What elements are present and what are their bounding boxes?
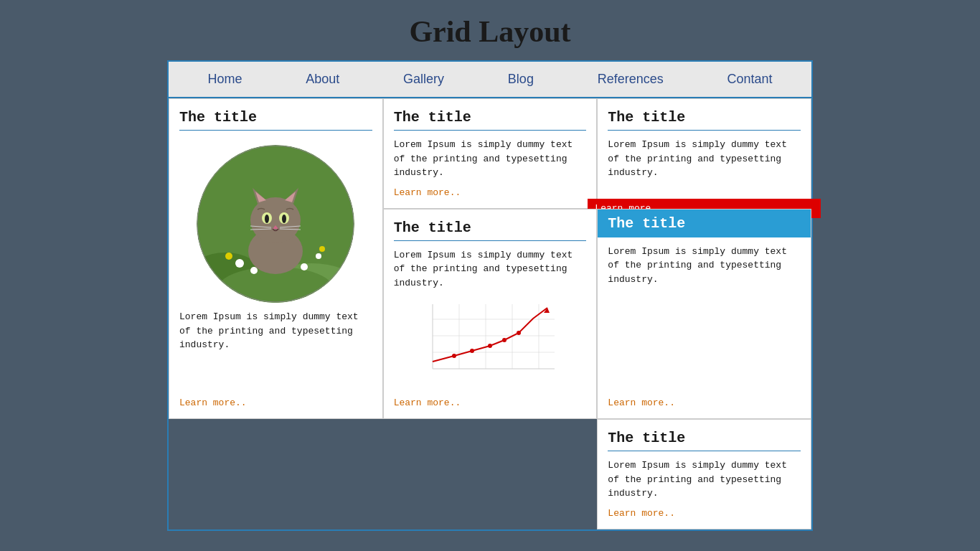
nav-home[interactable]: Home bbox=[207, 72, 242, 87]
grid-layout: The title Lorem Ipsum is simply dummy te… bbox=[169, 98, 811, 529]
card-col2-tall: The title bbox=[169, 98, 383, 419]
svg-point-41 bbox=[502, 338, 507, 342]
card-col1-row2-link[interactable]: Learn more.. bbox=[394, 397, 587, 408]
card-col2-title: The title bbox=[179, 109, 372, 131]
chart bbox=[418, 297, 562, 383]
card-col2-body: Lorem Ipsum is simply dummy text of the … bbox=[179, 310, 372, 390]
nav-blog[interactable]: Blog bbox=[508, 72, 534, 87]
nav-contant[interactable]: Contant bbox=[727, 72, 773, 87]
card-col3-row3-link[interactable]: Learn more.. bbox=[608, 508, 801, 519]
card-col1-row2-title: The title bbox=[394, 220, 587, 241]
card-col3-row1-title: The title bbox=[608, 109, 801, 131]
card-col3-row2-link[interactable]: Learn more.. bbox=[608, 397, 801, 408]
svg-point-39 bbox=[470, 349, 474, 353]
nav-about[interactable]: About bbox=[306, 72, 339, 87]
card-col1-row1-body: Lorem Ipsum is simply dummy text of the … bbox=[394, 138, 587, 180]
card-col3-row3-body: Lorem Ipsum is simply dummy text of the … bbox=[608, 458, 801, 501]
card-col1-row2-body: Lorem Ipsum is simply dummy text of the … bbox=[394, 248, 587, 291]
card-col3-row1-body: Lorem Ipsum is simply dummy text of the … bbox=[608, 138, 801, 184]
svg-point-7 bbox=[316, 253, 321, 259]
card-col3-row2: The title Lorem Ipsum is simply dummy te… bbox=[597, 209, 811, 420]
card-col3-row2-body: Lorem Ipsum is simply dummy text of the … bbox=[608, 245, 801, 391]
navigation: Home About Gallery Blog References Conta… bbox=[169, 62, 811, 98]
svg-point-21 bbox=[282, 215, 286, 223]
card-col3-row3-title: The title bbox=[608, 430, 801, 451]
svg-point-10 bbox=[319, 246, 325, 252]
cat-image bbox=[197, 145, 354, 303]
svg-point-20 bbox=[265, 215, 269, 223]
nav-references[interactable]: References bbox=[598, 72, 664, 87]
svg-point-8 bbox=[250, 267, 258, 274]
svg-point-5 bbox=[235, 259, 244, 268]
card-col1-row1-title: The title bbox=[394, 109, 587, 131]
card-col1-row2: The title Lorem Ipsum is simply dummy te… bbox=[383, 209, 598, 420]
card-col3-row2-title: The title bbox=[598, 209, 811, 237]
svg-point-38 bbox=[452, 354, 456, 358]
svg-point-13 bbox=[250, 197, 301, 243]
card-col3-row3: The title Lorem Ipsum is simply dummy te… bbox=[597, 419, 811, 529]
card-col1-row1: The title Lorem Ipsum is simply dummy te… bbox=[383, 98, 598, 209]
page-title: Grid Layout bbox=[409, 14, 570, 49]
card-col2-link[interactable]: Learn more.. bbox=[179, 397, 372, 408]
svg-point-42 bbox=[517, 331, 521, 335]
svg-point-6 bbox=[301, 263, 308, 270]
card-col3-row1: The title Lorem Ipsum is simply dummy te… bbox=[597, 98, 811, 209]
svg-point-9 bbox=[225, 253, 232, 260]
main-container: Home About Gallery Blog References Conta… bbox=[167, 60, 813, 531]
nav-gallery[interactable]: Gallery bbox=[403, 72, 444, 87]
svg-point-40 bbox=[488, 344, 492, 348]
card-col1-row1-link[interactable]: Learn more.. bbox=[394, 187, 587, 198]
